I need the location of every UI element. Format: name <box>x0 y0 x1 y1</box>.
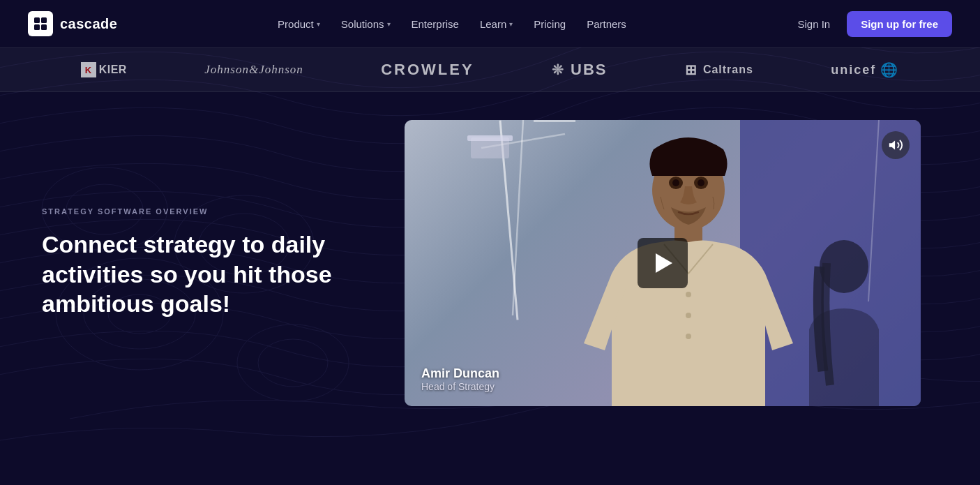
hero-overline: STRATEGY SOFTWARE OVERVIEW <box>42 207 377 216</box>
solutions-chevron-icon: ▾ <box>387 20 391 28</box>
nav-enterprise[interactable]: Enterprise <box>403 13 467 36</box>
kier-box-icon: K <box>81 62 96 77</box>
svg-rect-27 <box>467 135 513 141</box>
studio-light2-icon <box>534 120 575 122</box>
nav-links: Product ▾ Solutions ▾ Enterprise Learn ▾… <box>269 13 635 36</box>
video-container[interactable]: Amir Duncan Head of Strategy <box>405 120 921 406</box>
caltrans-logo: ⊞ Caltrans <box>685 61 753 78</box>
hero-headline: Connect strategy to daily activities so … <box>42 230 377 319</box>
person-secondary-svg <box>788 232 900 406</box>
svg-line-25 <box>481 134 565 148</box>
nav-partners[interactable]: Partners <box>578 13 635 36</box>
person-main-svg <box>556 134 821 406</box>
unicef-logo: unicef 🌐 <box>831 61 899 78</box>
nav-actions: Sign In Sign up for free <box>786 11 952 37</box>
nav-learn[interactable]: Learn ▾ <box>472 13 521 36</box>
sound-toggle-button[interactable] <box>882 131 910 159</box>
nav-solutions[interactable]: Solutions ▾ <box>333 13 399 36</box>
svg-rect-11 <box>34 24 40 30</box>
signup-button[interactable]: Sign up for free <box>847 11 952 37</box>
svg-point-17 <box>686 334 691 339</box>
signin-button[interactable]: Sign In <box>786 13 841 36</box>
ubs-logo: ❊ UBS <box>552 61 607 79</box>
ubs-snowflake-icon: ❊ <box>552 61 565 78</box>
partners-logo-bar: K KIER Johnson&Johnson CROWLEY ❊ UBS ⊞ C… <box>0 47 980 92</box>
svg-point-16 <box>686 313 691 318</box>
video-caption: Amir Duncan Head of Strategy <box>421 366 499 392</box>
person-title: Head of Strategy <box>421 381 499 392</box>
svg-point-15 <box>686 292 691 297</box>
caltrans-icon: ⊞ <box>685 61 698 78</box>
nav-product[interactable]: Product ▾ <box>269 13 329 36</box>
video-section: Amir Duncan Head of Strategy <box>405 120 921 406</box>
hero-text-section: STRATEGY SOFTWARE OVERVIEW Connect strat… <box>42 207 377 319</box>
play-button[interactable] <box>638 238 688 288</box>
product-chevron-icon: ▾ <box>317 20 320 28</box>
crowley-logo: CROWLEY <box>381 61 474 79</box>
navbar: cascade Product ▾ Solutions ▾ Enterprise… <box>0 0 980 47</box>
learn-chevron-icon: ▾ <box>509 20 513 28</box>
unicef-globe-icon: 🌐 <box>880 61 899 78</box>
play-triangle-icon <box>656 253 672 273</box>
svg-rect-9 <box>34 17 40 23</box>
person-name: Amir Duncan <box>421 366 499 381</box>
studio-light-icon <box>499 120 518 320</box>
logo-icon <box>28 11 53 36</box>
brand-name: cascade <box>60 16 117 32</box>
main-content: STRATEGY SOFTWARE OVERVIEW Connect strat… <box>0 92 980 434</box>
kier-logo: K KIER <box>81 62 127 77</box>
svg-rect-10 <box>41 17 47 23</box>
logo[interactable]: cascade <box>28 11 117 36</box>
svg-point-21 <box>698 179 704 186</box>
svg-point-20 <box>672 179 679 186</box>
johnson-johnson-logo: Johnson&Johnson <box>204 63 303 77</box>
nav-pricing[interactable]: Pricing <box>525 13 574 36</box>
svg-rect-12 <box>41 24 47 30</box>
